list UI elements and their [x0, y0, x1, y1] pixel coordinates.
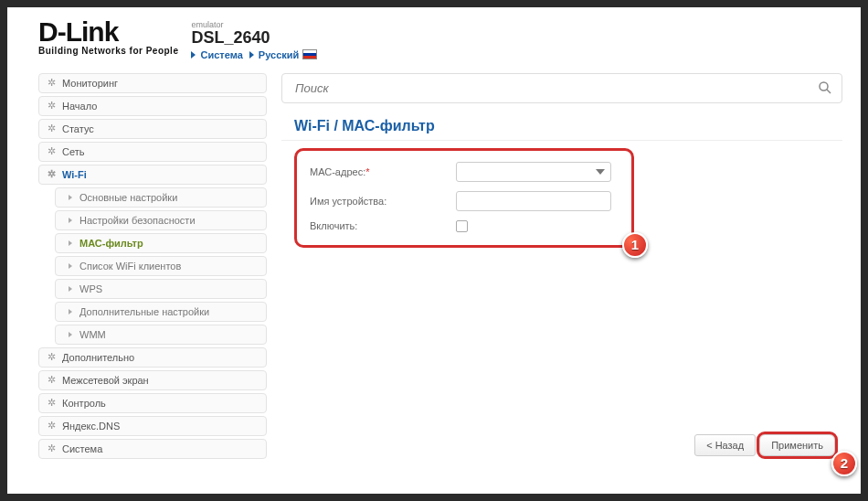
back-button[interactable]: < Назад — [694, 434, 756, 456]
chevron-right-icon — [191, 51, 196, 59]
apply-button[interactable]: Применить — [759, 434, 835, 456]
sidebar-item-label: WMM — [79, 329, 106, 340]
flag-ru-icon[interactable] — [302, 49, 317, 59]
sidebar-sub-basic[interactable]: Основные настройки — [55, 187, 267, 208]
gear-icon: ✲ — [47, 146, 57, 156]
chevron-down-icon — [596, 169, 605, 175]
sidebar-sub-mac-filter[interactable]: МАС-фильтр — [55, 233, 267, 253]
gear-icon: ✲ — [47, 123, 57, 133]
footer-buttons: < Назад Применить 2 — [694, 434, 835, 456]
device-name-input[interactable] — [456, 191, 611, 211]
sidebar-item-network[interactable]: ✲Сеть — [38, 142, 267, 162]
logo: D-Link Building Networks for People — [38, 18, 178, 56]
sidebar-item-label: Список WiFi клиентов — [79, 261, 181, 272]
sidebar-item-wifi[interactable]: ✲Wi-Fi — [38, 165, 267, 185]
sidebar-item-label: Сеть — [62, 146, 84, 157]
sidebar-sub-clients[interactable]: Список WiFi клиентов — [55, 256, 267, 276]
mac-filter-form: МАС-адрес:* Имя устройства: Включить: — [294, 148, 634, 248]
svg-point-0 — [820, 82, 828, 91]
sidebar-item-label: Система — [62, 443, 102, 454]
sidebar-item-label: Дополнительно — [62, 352, 134, 363]
gear-icon: ✲ — [47, 101, 57, 111]
mac-address-select[interactable] — [456, 162, 611, 182]
sidebar-item-label: Основные настройки — [79, 192, 177, 203]
chevron-right-icon — [69, 263, 72, 269]
sidebar-item-label: WPS — [79, 283, 102, 294]
page-title: Wi-Fi / МАС-фильтр — [281, 114, 842, 141]
chevron-right-icon — [69, 309, 72, 314]
chevron-right-icon — [69, 218, 72, 223]
sidebar-item-label: Начало — [62, 101, 97, 112]
gear-icon: ✲ — [47, 375, 57, 385]
sidebar-item-label: Мониторинг — [62, 78, 118, 89]
crumb-language[interactable]: Русский — [259, 49, 299, 60]
gear-icon: ✲ — [47, 169, 57, 179]
sidebar-sub-wmm[interactable]: WMM — [55, 325, 267, 345]
sidebar-item-label: Контроль — [62, 398, 106, 409]
search-bar — [281, 73, 842, 103]
sidebar-item-monitoring[interactable]: ✲Мониторинг — [38, 73, 267, 93]
sidebar-item-label: Дополнительные настройки — [79, 306, 209, 317]
enable-checkbox[interactable] — [456, 220, 468, 232]
sidebar: ✲Мониторинг ✲Начало ✲Статус ✲Сеть ✲Wi-Fi… — [38, 73, 267, 462]
model-name: DSL_2640 — [191, 29, 317, 48]
breadcrumb: Система Русский — [191, 49, 317, 60]
gear-icon: ✲ — [47, 421, 57, 431]
sidebar-item-start[interactable]: ✲Начало — [38, 96, 267, 116]
enable-label: Включить: — [310, 220, 456, 231]
chevron-right-icon — [69, 195, 72, 200]
sidebar-item-label: Статус — [62, 123, 94, 134]
chevron-right-icon — [69, 286, 72, 292]
gear-icon: ✲ — [47, 443, 57, 453]
crumb-system[interactable]: Система — [200, 49, 242, 60]
chevron-right-icon — [69, 240, 72, 246]
sidebar-item-system[interactable]: ✲Система — [38, 439, 267, 459]
gear-icon: ✲ — [47, 398, 57, 408]
sidebar-item-label: Wi-Fi — [62, 169, 87, 180]
sidebar-item-firewall[interactable]: ✲Межсетевой экран — [38, 370, 267, 390]
sidebar-item-control[interactable]: ✲Контроль — [38, 393, 267, 413]
sidebar-item-status[interactable]: ✲Статус — [38, 119, 267, 139]
sidebar-item-label: МАС-фильтр — [79, 238, 143, 249]
logo-text: D-Link — [38, 18, 178, 46]
gear-icon: ✲ — [47, 352, 57, 362]
annotation-badge-1: 1 — [622, 232, 648, 258]
sidebar-item-label: Межсетевой экран — [62, 375, 149, 386]
annotation-badge-2: 2 — [831, 451, 857, 476]
sidebar-sub-wps[interactable]: WPS — [55, 279, 267, 299]
chevron-right-icon — [249, 51, 254, 59]
search-icon[interactable] — [818, 80, 832, 95]
search-input[interactable] — [282, 74, 842, 102]
chevron-right-icon — [69, 332, 72, 337]
svg-line-1 — [827, 90, 831, 93]
sidebar-sub-security[interactable]: Настройки безопасности — [55, 210, 267, 230]
device-name-label: Имя устройства: — [310, 196, 456, 207]
sidebar-item-label: Настройки безопасности — [79, 215, 196, 226]
sidebar-item-advanced[interactable]: ✲Дополнительно — [38, 347, 267, 368]
sidebar-item-label: Яндекс.DNS — [62, 421, 120, 432]
sidebar-item-yandexdns[interactable]: ✲Яндекс.DNS — [38, 416, 267, 436]
logo-tagline: Building Networks for People — [38, 46, 178, 56]
mac-address-label: МАС-адрес:* — [310, 166, 456, 177]
gear-icon: ✲ — [47, 78, 57, 88]
header: D-Link Building Networks for People emul… — [16, 13, 852, 68]
sidebar-sub-advanced[interactable]: Дополнительные настройки — [55, 302, 267, 322]
main-content: Wi-Fi / МАС-фильтр МАС-адрес:* Имя устро… — [281, 73, 842, 462]
